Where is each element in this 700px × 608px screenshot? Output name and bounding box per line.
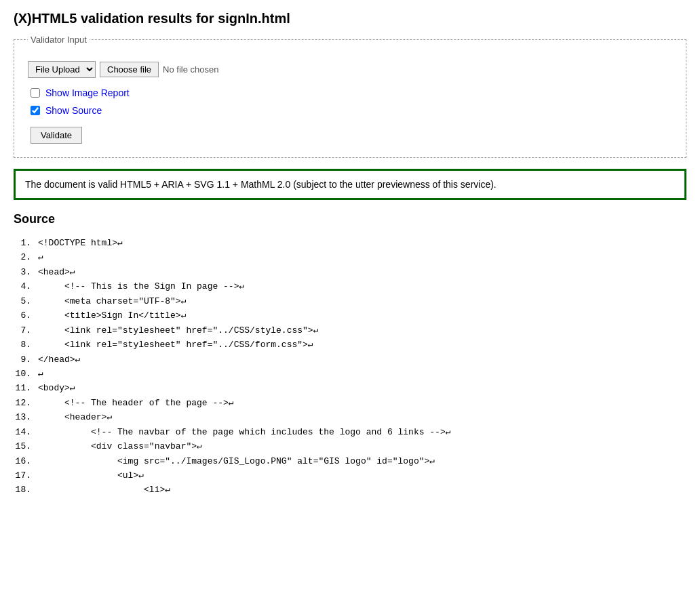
table-row: 6. <title>Sign In</title>↵ [14,308,686,323]
line-number: 7. [14,323,38,338]
line-content: <!-- This is the Sign In page -->↵ [38,279,244,293]
show-source-checkbox[interactable] [31,106,40,115]
table-row: 12. <!-- The header of the page -->↵ [14,396,686,410]
table-row: 11.<body>↵ [14,381,686,395]
line-number: 2. [14,250,38,264]
line-content: <body>↵ [38,381,75,395]
validation-result-box: The document is valid HTML5 + ARIA + SVG… [14,169,686,200]
line-number: 18. [14,483,38,497]
line-number: 13. [14,410,38,424]
validation-message: The document is valid HTML5 + ARIA + SVG… [25,179,497,190]
line-content: <link rel="stylesheet" href="../CSS/form… [38,338,313,352]
line-content: <meta charset="UTF-8">↵ [38,294,186,308]
show-image-report-label[interactable]: Show Image Report [45,87,130,98]
line-number: 5. [14,294,38,308]
line-content: <ul>↵ [38,468,144,483]
source-code-list: 1.<!DOCTYPE html>↵2.↵3.<head>↵4. <!-- Th… [14,236,686,498]
line-content: ↵ [38,367,43,381]
line-number: 9. [14,352,38,367]
upload-type-select[interactable]: File UploadAddressText Input [28,61,96,78]
table-row: 3.<head>↵ [14,265,686,279]
table-row: 1.<!DOCTYPE html>↵ [14,236,686,250]
line-content: </head>↵ [38,352,80,367]
table-row: 10.↵ [14,367,686,381]
line-number: 3. [14,265,38,279]
table-row: 16. <img src="../Images/GIS_Logo.PNG" al… [14,454,686,468]
show-image-report-row: Show Image Report [31,87,672,98]
line-number: 17. [14,468,38,483]
line-number: 1. [14,236,38,250]
line-content: <div class="navbar">↵ [38,439,202,453]
table-row: 17. <ul>↵ [14,468,686,483]
line-content: <img src="../Images/GIS_Logo.PNG" alt="G… [38,454,435,468]
table-row: 18. <li>↵ [14,483,686,497]
line-number: 14. [14,425,38,439]
line-content: <!-- The header of the page -->↵ [38,396,234,410]
table-row: 15. <div class="navbar">↵ [14,439,686,453]
line-content: <title>Sign In</title>↵ [38,308,186,323]
line-number: 11. [14,381,38,395]
line-content: ↵ [38,250,43,264]
show-image-report-checkbox[interactable] [31,88,40,98]
line-number: 4. [14,279,38,293]
table-row: 7. <link rel="stylesheet" href="../CSS/s… [14,323,686,338]
line-number: 10. [14,367,38,381]
table-row: 13. <header>↵ [14,410,686,424]
table-row: 9.</head>↵ [14,352,686,367]
file-upload-row: File UploadAddressText Input Choose file… [28,61,672,78]
table-row: 2.↵ [14,250,686,264]
choose-file-button[interactable]: Choose file [100,62,159,77]
line-content: <link rel="stylesheet" href="../CSS/styl… [38,323,319,338]
line-content: <li>↵ [38,483,170,497]
line-number: 12. [14,396,38,410]
page-title: (X)HTML5 validation results for signIn.h… [14,11,686,26]
validator-legend: Validator Input [28,35,90,45]
line-number: 15. [14,439,38,453]
no-file-label: No file chosen [163,64,218,75]
line-content: <header>↵ [38,410,112,424]
line-number: 16. [14,454,38,468]
line-content: <head>↵ [38,265,75,279]
table-row: 8. <link rel="stylesheet" href="../CSS/f… [14,338,686,352]
table-row: 5. <meta charset="UTF-8">↵ [14,294,686,308]
source-heading: Source [14,212,686,226]
validate-button[interactable]: Validate [31,127,82,144]
table-row: 4. <!-- This is the Sign In page -->↵ [14,279,686,293]
validator-input-section: Validator Input File UploadAddressText I… [14,35,686,158]
show-source-label[interactable]: Show Source [45,105,102,116]
table-row: 14. <!-- The navbar of the page which in… [14,425,686,439]
line-number: 6. [14,308,38,323]
line-content: <!-- The navbar of the page which includ… [38,425,451,439]
line-content: <!DOCTYPE html>↵ [38,236,123,250]
show-source-row: Show Source [31,105,672,116]
line-number: 8. [14,338,38,352]
